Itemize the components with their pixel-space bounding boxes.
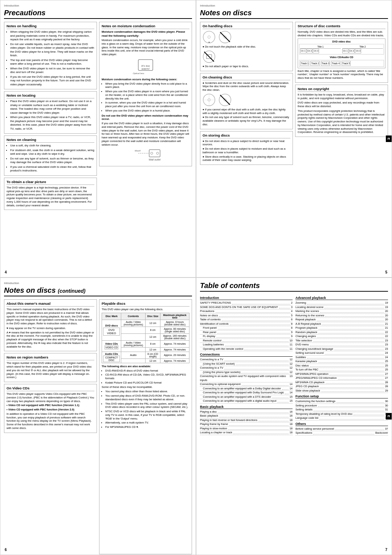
also-item-1: DVD-RW/DVD-R discs of DVD video format [105,369,189,373]
incompatible-note: Some of these discs may be incompatible. [102,385,189,389]
owners-manual-body: This owner's manual explains the basic i… [7,308,94,325]
svg-line-15 [220,32,230,42]
toc-page: 18 [290,427,293,431]
svg-point-11 [208,36,210,38]
toc-label: Temporary disabling of rating level by D… [295,412,352,416]
toc-row: Subtitles24 [295,356,388,360]
playable-discs-intro: This DVD video player can play the follo… [102,308,189,311]
toc-label: Karaoke playback [295,360,317,364]
acd-contents-2 [121,358,145,363]
moisture-case-1: When you bring the DVD video player dire… [105,82,189,89]
toc-page: 30 [385,400,388,404]
toc-page: 14 [290,382,293,386]
section-label-notes-discs: Introduction [200,4,388,7]
clear-picture-box: To obtain a clear picture The DVD video … [4,178,97,210]
toc-page: 10 [290,339,293,343]
copyright-title: Notes on copyright [298,87,385,92]
toc-label: Locating a chapter or track [200,431,232,435]
handling-item-4: When the DVD video player is not in use,… [10,67,94,74]
playable-discs-table: Disc Mark Contents Disc Size Maximum pla… [102,313,189,363]
toc-row: Connecting to an audio system and TV equ… [200,374,293,382]
vcd-time-1: Approx. 74 minutes [160,340,189,347]
toc-row: DVD menu23 [295,343,388,347]
copyright-box: Notes on copyright It is forbidden by la… [295,85,388,137]
clear-picture-title: To obtain a clear picture [7,180,94,185]
toc-row: Precautions4 [200,309,293,314]
toc-page: 25 [385,360,388,364]
toc-label: Notes on discs [200,314,218,318]
toc-left: Introduction SAFETY PRECAUTIONS2 SOME DO… [200,295,293,550]
toc-page: 19 [385,305,388,309]
dvd-contents-3 [121,333,145,340]
toc-page: 20 [385,314,388,318]
no-paper-icon [203,50,216,63]
cleaning-discs-box: On cleaning discs Scratches and dust on … [200,73,293,129]
svg-text:●: ● [208,41,209,43]
moisture-cases-title: Moisture condensation occurs during the … [102,78,189,81]
toc-label: Identification of controls [200,322,229,326]
toc-label: To turn off the PBC [295,368,318,372]
e-badge-2: E [386,413,392,420]
cannot-5: Alternatively, use a multi-system TV. [105,421,189,425]
notes-on-handling-title: Notes on handling [7,24,94,29]
toc-row: Connecting to an amplifier equipped with… [200,395,293,400]
toc-label: Loading batteries [200,343,224,347]
toc-row: Program playback21 [295,326,388,331]
toc-label: Program playback [295,326,317,330]
handling-disc-item-1: Do not touch the playback side of the di… [203,45,290,49]
toc-row: Connecting to an amplifier equipped with… [200,391,293,395]
toc-row: Language code list36 [295,416,388,421]
toc-page: 27 [385,372,388,376]
toc-label: Subtitles [295,356,306,360]
vcd-logo: VIDEO CD [105,345,118,349]
toc-page: 22 [385,331,388,335]
toc-page: 25 [385,364,388,368]
acd-logo: COMPACT DISC [103,356,120,362]
clear-picture-body: The DVD video player is a high technolog… [7,186,94,207]
storing-item-3: Store discs vertically in a case. Stacki… [203,155,290,162]
version-1-label: • Video CD not equipped with PBC functio… [7,404,94,407]
storing-discs-box: On storing discs Do not store discs in a… [200,131,293,165]
acd-label: Audio CDs [103,353,120,355]
toc-row: MP3/WMA/JPEG operation27 [295,372,388,377]
toc-row: Connecting to an amplifier equipped with… [200,387,293,391]
toc-page: 3 [291,305,293,309]
vcd-label: Video CDs [103,343,120,345]
toc-page: 8 [291,326,293,330]
toc-label: A-B Repeat playback [295,322,321,326]
toc-label: Connecting to an amplifier equipped with… [200,395,271,399]
toc-label: Setting surround sound [295,351,324,355]
moisture-case-2: When you use the DVD video player in a r… [105,90,189,100]
toc-row: Remote control10 [200,339,293,343]
toc-label: DVD menu [295,343,309,347]
acd-mark-cell: Audio CDs COMPACT DISC [102,352,121,363]
toc-label: FL display [200,335,215,339]
toc-page: 14 [290,387,293,391]
toc-label: SOME DOS AND DONTS ON THE SAFE USE OF EQ… [200,305,278,309]
dvd-time-3: Approx. 160 minutes (double sided disc) [160,333,189,340]
dvd-time-2: Approx. 80 minutes (single sided disc) [160,327,189,333]
also-available-label: The following discs are also available: [102,365,189,368]
cannot-3: This DVD video player uses the PAL colou… [105,402,189,409]
disc-structure-diagram: DVD video disc Title 1 Ch 1 Ch 2 Ch 3 [298,39,385,68]
toc-label: Connecting to an amplifier equipped with… [200,387,281,391]
toc-page: 16 [290,414,293,418]
acd-size-1: 8 cm (CD single) [145,352,160,358]
moisture-condensation-title: Notes on moisture condensation [102,24,189,29]
toc-row: SOME DOS AND DONTS ON THE SAFE USE OF EQ… [200,305,293,310]
toc-label: Slide show playback [295,389,320,393]
page-title-notes-discs-cont: Notes on discs [4,286,56,295]
no-touch-icon [219,31,232,44]
toc-label: Repeat playback [295,318,316,322]
cleaning-disc-body: Scratches and dust on the disc cause pic… [203,81,290,92]
toc-page: 12 [290,358,293,362]
moisture-cases-list: When you bring the DVD video player dire… [102,82,189,113]
video-cds-title: On Video CDs [7,386,94,391]
toc-page: 21 [385,326,388,330]
toc-page: 2 [291,301,293,305]
dvd-mark-cell: DVD discs DVD VIDEO [102,320,121,340]
cleaning-item-3: Do not use any type of solvent, such as … [10,157,94,165]
toc-basic-heading: Basic playback [200,405,293,409]
toc-page: 18 [290,431,293,435]
owners-manual-title: About this owner's manual [7,301,94,307]
